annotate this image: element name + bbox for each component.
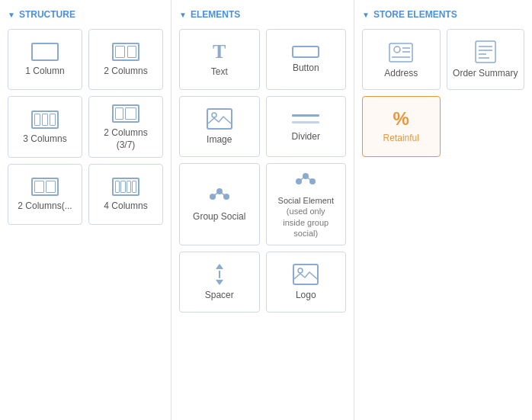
logo-element-card[interactable]: Logo (266, 252, 347, 313)
structure-2col-left-card[interactable]: 2 Columns(... (8, 164, 82, 225)
spacer-element-card[interactable]: Spacer (179, 252, 260, 313)
elements-panel-title: ▼ ELEMENTS (179, 9, 346, 20)
group-social-icon (208, 187, 231, 207)
elements-panel: ▼ ELEMENTS T Text Button Image (171, 0, 354, 420)
order-summary-icon (474, 40, 497, 63)
social-element-label: Social Element(used onlyinside groupsoci… (278, 195, 334, 239)
group-social-element-card[interactable]: Group Social (179, 163, 260, 245)
structure-2col-card[interactable]: 2 Columns (88, 29, 163, 90)
button-element-card[interactable]: Button (266, 29, 347, 90)
2col-icon (112, 43, 139, 61)
image-element-card[interactable]: Image (179, 96, 260, 157)
svg-rect-2 (292, 114, 319, 117)
social-element-icon (294, 172, 317, 191)
address-icon (389, 40, 413, 63)
divider-label: Divider (292, 131, 320, 143)
2col-label: 2 Columns (104, 66, 147, 78)
2col-left-label: 2 Columns(... (18, 200, 72, 213)
retainful-label: Retainful (383, 133, 419, 145)
2col-left-icon (31, 178, 59, 196)
text-label: Text (211, 66, 228, 79)
text-element-card[interactable]: T Text (179, 29, 260, 90)
store-panel: ▼ STORE ELEMENTS Address (354, 0, 532, 420)
svg-point-1 (212, 113, 216, 117)
svg-rect-3 (292, 121, 319, 123)
button-label: Button (293, 63, 319, 75)
elements-title-label: ELEMENTS (191, 9, 240, 20)
3col-label: 3 Columns (23, 133, 66, 146)
4col-icon (112, 178, 139, 196)
svg-rect-0 (207, 109, 232, 129)
structure-arrow-icon: ▼ (8, 11, 15, 19)
store-panel-title: ▼ STORE ELEMENTS (362, 9, 524, 20)
svg-point-17 (394, 46, 400, 53)
group-social-label: Group Social (193, 211, 245, 223)
svg-rect-14 (293, 265, 318, 284)
svg-point-15 (298, 268, 303, 273)
social-element-card[interactable]: Social Element(used onlyinside groupsoci… (266, 163, 347, 245)
button-icon (292, 46, 319, 58)
structure-4col-card[interactable]: 4 Columns (88, 164, 163, 225)
divider-element-card[interactable]: Divider (266, 96, 347, 157)
image-label: Image (207, 134, 232, 146)
1col-label: 1 Column (25, 66, 64, 78)
2col37-label: 2 Columns (3/7) (94, 127, 158, 151)
logo-icon (293, 264, 319, 285)
divider-icon (292, 111, 319, 127)
order-summary-store-card[interactable]: Order Summary (447, 29, 525, 90)
structure-1col-card[interactable]: 1 Column (8, 29, 82, 90)
elements-grid: T Text Button Image (179, 29, 346, 313)
1col-icon (31, 43, 59, 61)
structure-grid: 1 Column 2 Columns 3 Columns 2 Columns (… (8, 29, 163, 225)
store-title-label: STORE ELEMENTS (373, 9, 457, 20)
2col37-icon (112, 104, 139, 123)
retainful-store-card[interactable]: % Retainful (362, 96, 441, 157)
address-label: Address (384, 68, 418, 80)
store-grid: Address Order Summary % Retainful (362, 29, 524, 157)
address-store-card[interactable]: Address (362, 29, 441, 90)
structure-title-label: STRUCTURE (19, 9, 75, 20)
structure-panel: ▼ STRUCTURE 1 Column 2 Columns 3 Columns (0, 0, 171, 420)
text-icon: T (213, 42, 226, 62)
structure-panel-title: ▼ STRUCTURE (8, 9, 163, 20)
3col-icon (31, 111, 59, 129)
spacer-icon (216, 264, 223, 285)
structure-3col-card[interactable]: 3 Columns (8, 96, 82, 158)
order-summary-label: Order Summary (453, 68, 518, 80)
svg-rect-16 (389, 43, 412, 62)
retainful-icon: % (393, 110, 409, 128)
elements-arrow-icon: ▼ (179, 11, 187, 19)
spacer-label: Spacer (205, 290, 234, 302)
svg-rect-21 (476, 41, 495, 63)
4col-label: 4 Columns (104, 200, 147, 213)
store-arrow-icon: ▼ (362, 11, 370, 19)
image-icon (207, 108, 232, 130)
logo-label: Logo (296, 290, 316, 302)
structure-2col37-card[interactable]: 2 Columns (3/7) (88, 96, 163, 158)
